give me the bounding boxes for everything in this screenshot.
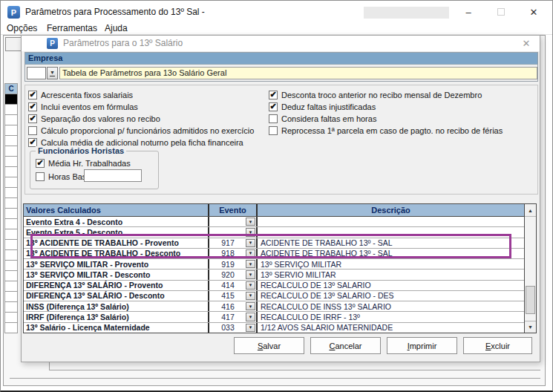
chevron-down-icon[interactable]: ▼ xyxy=(246,218,255,226)
cell-valor: 13º ACIDENTE DE TRABALHO - Desconto xyxy=(24,249,209,258)
chevron-down-icon[interactable]: ▼ xyxy=(246,249,255,258)
background-grid-cell xyxy=(4,166,18,177)
table-row[interactable]: 13º SERVIÇO MILITAR - Provento 919▼ 13º … xyxy=(24,259,524,270)
cell-valor: INSS (Diferença 13º Salário) xyxy=(24,301,209,311)
scrollbar-thumb[interactable] xyxy=(526,286,535,314)
cell-evento[interactable]: 417 xyxy=(209,313,246,321)
background-grid-cell xyxy=(4,301,18,313)
excluir-button[interactable]: Excluir xyxy=(463,337,532,354)
horas-base-input[interactable] xyxy=(84,169,142,182)
cell-descricao: RECALCULO DE 13º SALARIO - DES xyxy=(258,291,524,301)
menu-ajuda[interactable]: Ajuda xyxy=(105,23,128,34)
checkbox-considera-faltas-horas[interactable]: Considera faltas em horas xyxy=(269,114,503,123)
table-row[interactable]: 13º Salário - Licença Maternidade 033▼ 1… xyxy=(24,323,524,333)
imprimir-button[interactable]: Imprimir xyxy=(387,337,457,354)
cell-valor: Evento Extra 5 - Desconto xyxy=(24,227,209,237)
checkbox-deduz-faltas[interactable]: ✔ Deduz faltas injustificadas xyxy=(269,102,503,111)
table-row[interactable]: Evento Extra 4 - Desconto ▼ xyxy=(24,217,524,227)
empresa-code-input[interactable] xyxy=(27,67,46,79)
cell-evento[interactable]: 919 xyxy=(209,260,246,269)
background-grid-cell xyxy=(4,239,18,250)
checkbox-desconta-troco[interactable]: ✔ Desconta troco anterior no recibo mens… xyxy=(269,90,503,99)
empresa-lookup-button[interactable]: ▼ xyxy=(47,67,58,79)
scroll-up-icon[interactable]: ▲ xyxy=(525,204,536,217)
checkbox-label: Separação dos valores no recibo xyxy=(41,114,160,123)
check-icon: ✔ xyxy=(269,91,276,98)
background-grid-column: C xyxy=(4,84,18,333)
cell-evento[interactable]: 414 xyxy=(209,281,246,290)
salvar-button[interactable]: Salvar xyxy=(234,337,304,354)
checkbox-calculo-proporcional[interactable]: Cálculo proporcional p/ funcionários adm… xyxy=(28,125,254,135)
maximize-icon[interactable] xyxy=(489,1,513,23)
checkbox-box[interactable]: ✔ xyxy=(28,102,37,111)
chevron-down-icon[interactable]: ▼ xyxy=(246,281,255,290)
cell-descricao: RECALCULO DE INSS 13º SALARIO xyxy=(258,301,524,311)
checkbox-box[interactable] xyxy=(28,126,37,135)
checkbox-box[interactable] xyxy=(36,172,45,181)
chevron-down-icon[interactable]: ▼ xyxy=(246,239,255,247)
dialog-close-icon[interactable]: ✕ xyxy=(519,36,534,50)
table-row[interactable]: DIFERENÇA 13º SALÁRIO - Desconto 415▼ RE… xyxy=(24,291,524,301)
table-row[interactable]: INSS (Diferença 13º Salário) 416▼ RECALC… xyxy=(24,301,524,312)
menu-opcoes[interactable]: Opções xyxy=(7,23,37,34)
cell-evento[interactable]: 920 xyxy=(209,270,246,279)
table-row[interactable]: DIFERENÇA 13º SALÁRIO - Provento 414▼ RE… xyxy=(24,281,524,291)
cell-evento[interactable]: 415 xyxy=(209,291,246,300)
column-header-valores: Valores Calculados xyxy=(24,204,209,216)
checkbox-box[interactable]: ✔ xyxy=(28,138,37,147)
background-grid-cell xyxy=(4,187,18,198)
cancelar-button[interactable]: Cancelar xyxy=(310,337,381,354)
chevron-down-icon[interactable]: ▼ xyxy=(246,228,255,236)
background-grid-cell: C xyxy=(4,83,18,94)
checkbox-box[interactable]: ✔ xyxy=(269,91,278,99)
table-row[interactable]: Evento Extra 5 - Desconto ▼ xyxy=(24,227,524,238)
checkbox-box[interactable]: ✔ xyxy=(269,102,278,111)
cell-descricao: 1/12 AVOS SALARIO MATERNIDADE xyxy=(258,323,524,333)
minimize-icon[interactable]: – xyxy=(457,1,480,23)
checkbox-box[interactable]: ✔ xyxy=(28,91,37,99)
background-grid-cell xyxy=(4,125,18,136)
cell-evento[interactable]: 033 xyxy=(209,323,246,332)
cell-evento[interactable]: 917 xyxy=(209,238,246,247)
checkbox-acrescenta-fixos[interactable]: ✔ Acrescenta fixos salariais xyxy=(28,90,254,99)
chevron-down-icon[interactable]: ▼ xyxy=(246,292,255,300)
cell-valor: 13º ACIDENTE DE TRABALHO - Provento xyxy=(24,238,209,248)
table-row[interactable]: 13º SERVIÇO MILITAR - Desconto 920▼ 13º … xyxy=(24,270,524,280)
background-grid-cell xyxy=(4,270,18,281)
checkbox-reprocessa-parcela[interactable]: Reprocessa 1ª parcela em caso de pagto. … xyxy=(269,125,503,135)
cell-descricao: ACIDENTE DE TRABALHO 13º - SAL xyxy=(258,238,524,248)
cell-evento[interactable]: 416 xyxy=(209,302,246,311)
chevron-down-icon[interactable]: ▼ xyxy=(246,270,255,278)
checkbox-label: Média Hr. Trabalhadas xyxy=(48,159,131,168)
chevron-down-icon[interactable]: ▼ xyxy=(246,302,255,310)
checkbox-label: Desconta troco anterior no recibo mensal… xyxy=(281,91,482,99)
checkbox-label: Calcula média de adicional noturno pela … xyxy=(41,138,243,147)
background-grid-cell xyxy=(4,114,18,125)
table-row[interactable]: IRRF (Diferença 13º Salário) 417▼ RECALC… xyxy=(24,312,524,322)
table-scrollbar[interactable]: ▲ ▼ xyxy=(524,204,536,333)
checkbox-inclui-eventos[interactable]: ✔ Inclui eventos em fórmulas xyxy=(28,102,254,111)
menu-ferramentas[interactable]: Ferramentas xyxy=(47,23,97,34)
cell-descricao xyxy=(258,217,524,226)
chevron-down-icon[interactable]: ▼ xyxy=(246,260,255,268)
checkbox-box[interactable] xyxy=(269,126,278,135)
empresa-group: Empresa ▼ Tabela de Parâmetros para 13o … xyxy=(24,52,538,82)
checkbox-box[interactable] xyxy=(269,114,278,123)
background-grid-cell xyxy=(4,208,18,219)
table-row-highlighted[interactable]: 13º ACIDENTE DE TRABALHO - Desconto 918▼… xyxy=(24,249,524,259)
table-row-highlighted[interactable]: 13º ACIDENTE DE TRABALHO - Provento 917▼… xyxy=(24,238,524,249)
cell-evento[interactable]: 918 xyxy=(209,249,246,258)
checkbox-media-hr-trabalhadas[interactable]: ✔ Média Hr. Trabalhadas xyxy=(36,158,131,168)
checkbox-box[interactable]: ✔ xyxy=(28,114,37,123)
chevron-down-icon[interactable]: ▼ xyxy=(246,324,255,332)
background-grid-cell xyxy=(4,135,18,146)
checkbox-separacao-valores[interactable]: ✔ Separação dos valores no recibo xyxy=(28,114,254,123)
background-groupbox-border xyxy=(10,378,540,379)
close-icon[interactable]: ✕ xyxy=(520,1,547,23)
chevron-down-icon[interactable]: ▼ xyxy=(246,313,255,321)
scroll-down-icon[interactable]: ▼ xyxy=(525,321,536,333)
background-grid-cell xyxy=(4,322,18,333)
checkbox-horas-base[interactable]: Horas Base xyxy=(36,172,91,181)
cell-descricao: ACIDENTE DE TRABALHO 13º - SAL xyxy=(258,249,524,258)
checkbox-box[interactable]: ✔ xyxy=(36,159,45,168)
